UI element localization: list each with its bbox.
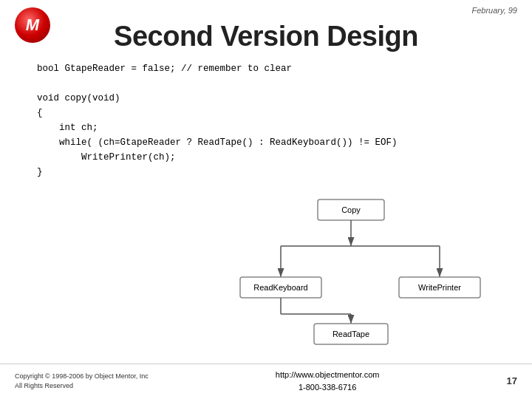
read-keyboard-label: ReadKeyboard xyxy=(253,283,307,292)
write-printer-label: WritePrinter xyxy=(418,283,461,292)
page-container: February, 99 M Second Version Design boo… xyxy=(0,0,532,399)
diagram-svg: Copy ReadKeyboard WritePrinter ReadTape xyxy=(222,192,502,355)
copy-label: Copy xyxy=(341,205,361,214)
logo-circle: M xyxy=(15,7,50,43)
diagram-area: Copy ReadKeyboard WritePrinter ReadTape xyxy=(222,192,502,355)
title-section: Second Version Design xyxy=(22,21,510,52)
date-stamp: February, 99 xyxy=(471,6,517,15)
footer-center: http://www.objectmentor.com 1-800-338-67… xyxy=(276,369,380,393)
code-block: bool GtapeReader = false; // remember to… xyxy=(37,61,510,180)
page-title: Second Version Design xyxy=(22,21,510,52)
read-tape-label: ReadTape xyxy=(332,330,369,338)
logo-m: M xyxy=(26,17,39,33)
logo-area: M xyxy=(15,7,50,43)
footer-copyright: Copyright © 1998-2006 by Object Mentor, … xyxy=(15,372,149,390)
footer: Copyright © 1998-2006 by Object Mentor, … xyxy=(0,364,532,393)
code-section: bool GtapeReader = false; // remember to… xyxy=(37,61,510,180)
footer-page-number: 17 xyxy=(507,375,517,386)
